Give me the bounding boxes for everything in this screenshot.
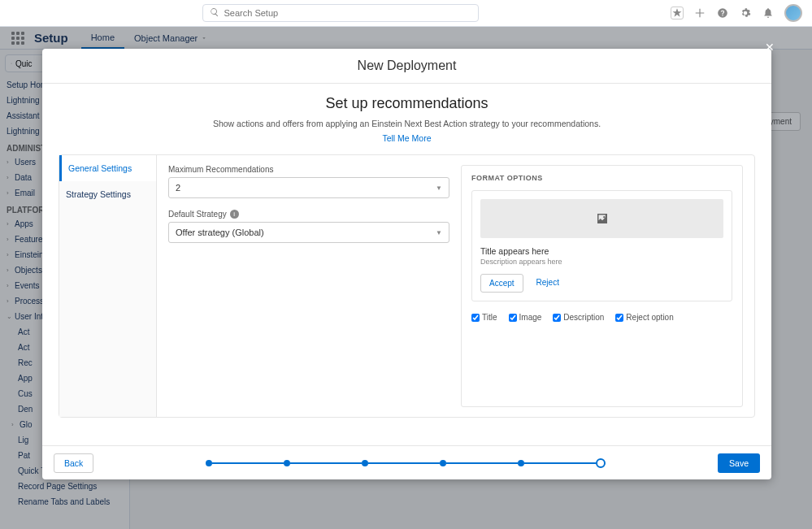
search-icon [210, 6, 219, 20]
step-heading: Set up recommendations [59, 95, 755, 112]
step-dot [518, 460, 524, 466]
chk-description[interactable]: Description [553, 313, 604, 322]
form-left: Maximum Recommendations 2 ▼ Default Stra… [168, 165, 449, 407]
chevron-down-icon: ▼ [436, 229, 442, 236]
save-button[interactable]: Save [718, 453, 760, 473]
max-rec-select[interactable]: 2 ▼ [168, 177, 449, 198]
global-search[interactable] [202, 4, 479, 22]
max-rec-value: 2 [176, 183, 180, 193]
default-strategy-label: Default Strategy i [168, 210, 449, 219]
form-area: Maximum Recommendations 2 ▼ Default Stra… [157, 155, 754, 417]
step-line [290, 462, 362, 464]
step-dot [206, 460, 212, 466]
step-description: Show actions and offers from applying an… [59, 119, 755, 128]
nav-general-settings[interactable]: General Settings [59, 155, 156, 181]
step-line [212, 462, 284, 464]
step-dot [440, 460, 446, 466]
step-dot [284, 460, 290, 466]
plus-icon[interactable] [693, 7, 706, 20]
gear-icon[interactable] [739, 7, 752, 20]
step-line [524, 462, 596, 464]
search-input[interactable] [224, 8, 471, 18]
bell-icon[interactable] [762, 7, 775, 20]
global-header [0, 0, 812, 27]
step-line [446, 462, 518, 464]
step-line [368, 462, 440, 464]
help-icon[interactable] [716, 7, 729, 20]
back-button[interactable]: Back [54, 453, 93, 473]
new-deployment-modal: ✕ New Deployment Set up recommendations … [42, 49, 771, 479]
close-icon[interactable]: ✕ [762, 37, 778, 57]
chk-title[interactable]: Title [471, 313, 497, 322]
modal-body: Set up recommendations Show actions and … [42, 84, 771, 445]
step-dot-current [596, 458, 606, 468]
preview-card: Title appears here Description appears h… [471, 190, 732, 301]
nav-strategy-settings[interactable]: Strategy Settings [59, 181, 156, 207]
format-options-panel: Format Options Title appears here Descri… [461, 165, 743, 407]
accept-button[interactable]: Accept [480, 274, 523, 293]
preview-title: Title appears here [480, 246, 723, 256]
chevron-down-icon: ▼ [436, 184, 442, 192]
step-dot [362, 460, 368, 466]
header-icons [671, 4, 802, 22]
tell-me-more-link[interactable]: Tell Me More [59, 133, 755, 143]
modal-header: New Deployment [42, 49, 771, 84]
preview-description: Description appears here [480, 258, 723, 266]
info-icon[interactable]: i [230, 210, 239, 219]
default-strategy-value: Offer strategy (Global) [176, 228, 264, 237]
progress-stepper [93, 458, 718, 468]
settings-nav: General Settings Strategy Settings [59, 155, 157, 417]
content-panel: General Settings Strategy Settings Maxim… [59, 154, 755, 418]
modal-footer: Back Save [42, 445, 771, 479]
format-heading: Format Options [471, 174, 732, 182]
chk-image[interactable]: Image [509, 313, 542, 322]
format-checkboxes: Title Image Description Reject option [471, 313, 732, 322]
preview-buttons: Accept Reject [480, 274, 723, 293]
default-strategy-select[interactable]: Offer strategy (Global) ▼ [168, 222, 449, 243]
modal-title: New Deployment [42, 59, 771, 73]
chk-reject[interactable]: Reject option [615, 313, 673, 322]
image-placeholder-icon [480, 199, 723, 238]
max-rec-label: Maximum Recommendations [168, 165, 449, 174]
reject-button[interactable]: Reject [528, 274, 567, 293]
favorites-icon[interactable] [671, 7, 684, 20]
avatar[interactable] [784, 4, 802, 22]
